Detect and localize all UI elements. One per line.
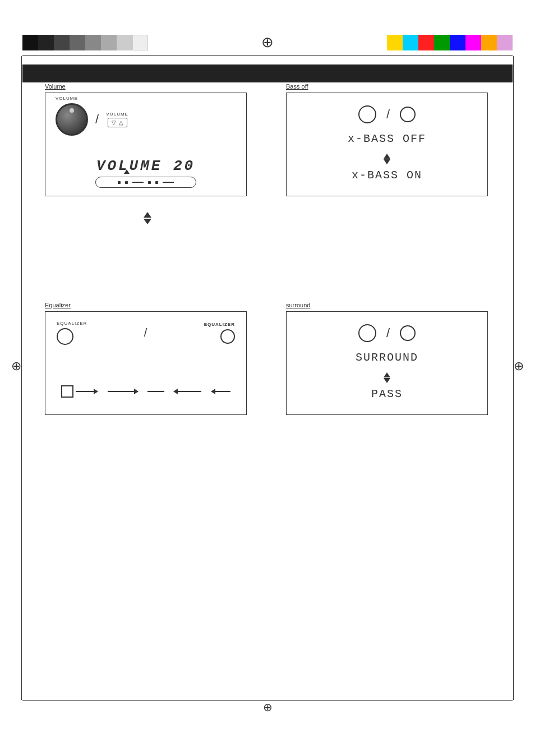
bar-8 [132, 35, 148, 50]
color-bar-orange [481, 35, 497, 50]
bass-circle-row: / [287, 105, 487, 123]
vol-up-icon[interactable]: △ [119, 119, 123, 126]
left-reg-mark-icon: ⊕ [11, 359, 21, 374]
nav-up-arrow-icon[interactable] [144, 212, 151, 218]
header-band [22, 64, 513, 82]
right-reg-mark-icon: ⊕ [514, 359, 524, 374]
volume-text: VOLUME 20 [57, 158, 235, 174]
surround-text: SURROUND [287, 351, 487, 364]
bass-circle-open [358, 105, 376, 123]
color-bar-yellow [387, 35, 403, 50]
bass-arrow-up-icon [384, 154, 390, 159]
bass-arrow-down-icon [384, 159, 390, 164]
nav-down-arrow-icon[interactable] [144, 219, 151, 224]
bar-4 [70, 35, 85, 50]
eq-box-1 [61, 385, 73, 398]
volume-display-area: VOLUME 20 [57, 158, 235, 174]
surround-arrow [384, 372, 390, 383]
volume-knob[interactable] [56, 103, 88, 136]
eq-circle-filled [220, 329, 235, 344]
center-crosshair-icon: ⊕ [261, 34, 274, 51]
knob-label: VOLUME [56, 96, 78, 101]
bar-tick-1 [118, 181, 121, 184]
bar-tick-2 [125, 181, 128, 184]
panel-bass: / x-BASS OFF x-BASS ON [286, 93, 488, 196]
eq-arrow-left-1 [173, 389, 201, 394]
bar-7 [117, 35, 132, 50]
eq-label-right: EQUALIZER [204, 322, 235, 327]
bar-3 [54, 35, 70, 50]
bar-tick-4 [155, 181, 158, 184]
surround-circle-row: / [287, 324, 487, 342]
bass-arrow [384, 154, 390, 164]
panel-equalizer: EQUALIZER / EQUALIZER [45, 311, 247, 415]
color-bar-blue [450, 35, 465, 50]
slash-icon: / [95, 112, 99, 127]
bar-indicator-arrow [124, 169, 130, 174]
vol-down-icon[interactable]: ▽ [112, 119, 116, 126]
eq-arrows-area [57, 385, 235, 398]
color-bar-cyan [403, 35, 418, 50]
panel-bottom-right-label: surround [286, 302, 310, 308]
bar-line-2 [163, 182, 174, 183]
eq-circle-open [57, 328, 73, 345]
right-margin-line [513, 56, 514, 700]
panel-top-right-label: Bass off [286, 83, 308, 90]
surround-slash-icon: / [386, 326, 390, 340]
panel-top-left-label: Volume [45, 83, 66, 90]
bottom-crosshair-icon: ⊕ [263, 700, 273, 714]
bass-on-text: x-BASS ON [287, 169, 487, 182]
panel-surround: / SURROUND PASS [286, 311, 488, 415]
surround-arrow-down-icon [384, 378, 390, 383]
vol-btn-label: VOLUME [106, 112, 128, 117]
bar-6 [101, 35, 117, 50]
nav-arrows [144, 212, 151, 224]
panel-bottom-left-label: Equalizer [45, 302, 71, 308]
color-bar-red [418, 35, 434, 50]
left-margin-line [21, 56, 22, 700]
color-bar-magenta [465, 35, 481, 50]
bass-slash-icon: / [386, 107, 390, 122]
bar-5 [85, 35, 101, 50]
knob-indicator [70, 108, 74, 113]
color-bar-green [434, 35, 450, 50]
eq-slash-icon: / [144, 326, 147, 339]
bass-circle-filled [400, 107, 416, 122]
top-horizontal-line [22, 55, 513, 56]
eq-header-row: EQUALIZER / EQUALIZER [57, 321, 235, 345]
top-bar-section: ⊕ [0, 34, 535, 51]
surround-circle-open [358, 324, 376, 342]
eq-arrow-left-2 [211, 389, 230, 394]
pass-text: PASS [287, 388, 487, 400]
bar-1 [22, 35, 38, 50]
eq-line [147, 391, 164, 392]
color-bar-plum [497, 35, 513, 50]
eq-label-left: EQUALIZER [57, 321, 87, 326]
panel-volume: VOLUME / VOLUME ▽ △ VOLUME 20 [45, 93, 247, 196]
bar-2 [38, 35, 54, 50]
surround-circle-filled [400, 325, 416, 341]
eq-arrow-right-1 [76, 389, 98, 394]
bar-line-1 [132, 182, 144, 183]
black-bars [22, 35, 148, 50]
bar-tick-3 [148, 181, 151, 184]
bass-off-text: x-BASS OFF [287, 132, 487, 145]
surround-arrow-up-icon [384, 372, 390, 377]
color-bars [387, 35, 513, 50]
